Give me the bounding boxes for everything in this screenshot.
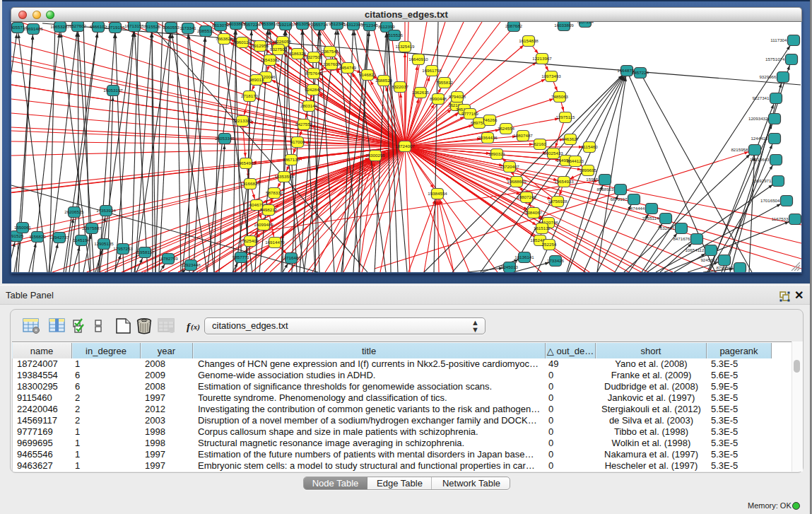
svg-text:8322037: 8322037 <box>392 84 409 89</box>
svg-text:15692971: 15692971 <box>752 178 772 183</box>
svg-text:8644123: 8644123 <box>567 158 584 163</box>
svg-text:1145194: 1145194 <box>73 238 90 243</box>
svg-text:8757645: 8757645 <box>305 71 323 76</box>
svg-text:9242848: 9242848 <box>305 87 322 92</box>
svg-text:9115460: 9115460 <box>581 144 598 149</box>
svg-text:1550061: 1550061 <box>14 225 32 230</box>
svg-text:12905135: 12905135 <box>94 241 114 246</box>
svg-text:8813054: 8813054 <box>294 22 312 26</box>
svg-text:7712345: 7712345 <box>361 23 379 28</box>
svg-text:10653287: 10653287 <box>50 24 70 29</box>
svg-text:18724007: 18724007 <box>395 144 415 148</box>
svg-text:12942737: 12942737 <box>49 235 69 240</box>
svg-text:18807249: 18807249 <box>517 194 536 199</box>
svg-text:417006: 417006 <box>290 139 305 144</box>
svg-text:9084067: 9084067 <box>525 210 543 215</box>
svg-text:16961758: 16961758 <box>422 68 442 73</box>
svg-text:16640910: 16640910 <box>408 57 428 62</box>
svg-text:3867130: 3867130 <box>283 157 300 162</box>
svg-text:11958117: 11958117 <box>136 250 155 255</box>
svg-text:1588520: 1588520 <box>375 78 393 83</box>
svg-text:7357224: 7357224 <box>243 22 261 27</box>
svg-text:16210643: 16210643 <box>750 157 770 162</box>
svg-text:16154838: 16154838 <box>519 38 539 43</box>
svg-text:9329966: 9329966 <box>759 74 777 79</box>
svg-text:6879197: 6879197 <box>610 197 628 201</box>
svg-text:2055714: 2055714 <box>311 22 329 27</box>
svg-text:8960124: 8960124 <box>234 40 252 45</box>
svg-text:10973493: 10973493 <box>541 74 561 78</box>
svg-text:10719155: 10719155 <box>105 25 125 30</box>
svg-text:8427552: 8427552 <box>295 122 313 127</box>
svg-text:7625402: 7625402 <box>242 238 259 243</box>
svg-text:1362615: 1362615 <box>412 90 430 95</box>
svg-text:10025433: 10025433 <box>543 151 563 156</box>
svg-text:13716485: 13716485 <box>281 255 301 260</box>
svg-text:19654963: 19654963 <box>236 160 256 165</box>
svg-text:16713155: 16713155 <box>124 23 144 28</box>
svg-text:16543382: 16543382 <box>260 57 280 62</box>
svg-text:7515526: 7515526 <box>386 33 404 37</box>
svg-text:7663822: 7663822 <box>216 36 233 41</box>
svg-text:16136141: 16136141 <box>514 255 534 259</box>
svg-text:62160: 62160 <box>534 141 546 146</box>
svg-text:9327500: 9327500 <box>270 47 288 52</box>
svg-text:9857771: 9857771 <box>233 255 250 259</box>
svg-text:9474444: 9474444 <box>628 206 645 211</box>
svg-text:6466102: 6466102 <box>90 24 107 29</box>
svg-text:5878332: 5878332 <box>266 190 283 195</box>
svg-text:7632621: 7632621 <box>657 226 675 230</box>
svg-text:8794502: 8794502 <box>716 265 734 270</box>
svg-text:1173341: 1173341 <box>180 25 196 30</box>
svg-text:17353924: 17353924 <box>96 208 116 213</box>
svg-text:8226058: 8226058 <box>274 39 292 44</box>
svg-text:17016504: 17016504 <box>760 198 780 203</box>
svg-text:16033809: 16033809 <box>554 23 574 28</box>
svg-text:2935114: 2935114 <box>642 216 659 221</box>
svg-text:19756928: 19756928 <box>548 199 567 204</box>
svg-text:8990448: 8990448 <box>430 96 447 101</box>
svg-text:2367608: 2367608 <box>323 62 341 66</box>
svg-text:9245612: 9245612 <box>700 257 718 262</box>
svg-text:5498212: 5498212 <box>260 207 278 212</box>
svg-text:7955812: 7955812 <box>436 80 454 85</box>
svg-text:9227341: 9227341 <box>752 95 770 100</box>
svg-text:19654923: 19654923 <box>554 179 574 184</box>
svg-text:7515526: 7515526 <box>143 24 161 29</box>
svg-text:2085531: 2085531 <box>197 28 215 33</box>
svg-text:1244415: 1244415 <box>751 136 768 141</box>
svg-text:15751074: 15751074 <box>765 57 785 62</box>
svg-text:12975115: 12975115 <box>555 115 575 119</box>
svg-text:3624554: 3624554 <box>498 126 515 131</box>
svg-text:9899695: 9899695 <box>579 168 597 173</box>
svg-text:11325419: 11325419 <box>395 44 415 49</box>
svg-text:8112399: 8112399 <box>378 24 395 29</box>
svg-text:2803144: 2803144 <box>300 103 318 108</box>
svg-text:2367546: 2367546 <box>322 49 339 54</box>
svg-text:9463627: 9463627 <box>562 136 579 141</box>
svg-text:8912956: 8912956 <box>252 43 269 48</box>
svg-text:10533816: 10533816 <box>259 22 278 26</box>
svg-text:9060553: 9060553 <box>163 25 180 30</box>
svg-text:19384554: 19384554 <box>428 191 447 196</box>
svg-text:(x): (x) <box>191 322 200 332</box>
svg-text:746266: 746266 <box>483 117 498 122</box>
svg-text:7357224: 7357224 <box>577 22 594 24</box>
svg-text:8454749: 8454749 <box>339 65 357 70</box>
svg-text:9327508: 9327508 <box>305 54 323 59</box>
svg-text:8215958: 8215958 <box>731 147 748 152</box>
svg-text:16053197: 16053197 <box>103 88 123 93</box>
svg-text:2087682: 2087682 <box>505 23 523 28</box>
svg-text:9245013: 9245013 <box>501 264 519 269</box>
svg-text:12093432: 12093432 <box>748 116 768 121</box>
svg-text:9794028: 9794028 <box>449 94 466 99</box>
svg-text:26206525: 26206525 <box>64 209 84 214</box>
svg-text:991525: 991525 <box>11 233 24 238</box>
svg-text:18300295: 18300295 <box>365 153 385 158</box>
svg-text:20364436: 20364436 <box>478 135 498 140</box>
svg-text:1156829: 1156829 <box>29 234 46 239</box>
svg-text:17957253: 17957253 <box>113 246 133 251</box>
svg-text:10688609: 10688609 <box>507 179 526 184</box>
svg-text:10654112: 10654112 <box>685 247 705 252</box>
svg-text:2718170: 2718170 <box>241 93 259 98</box>
